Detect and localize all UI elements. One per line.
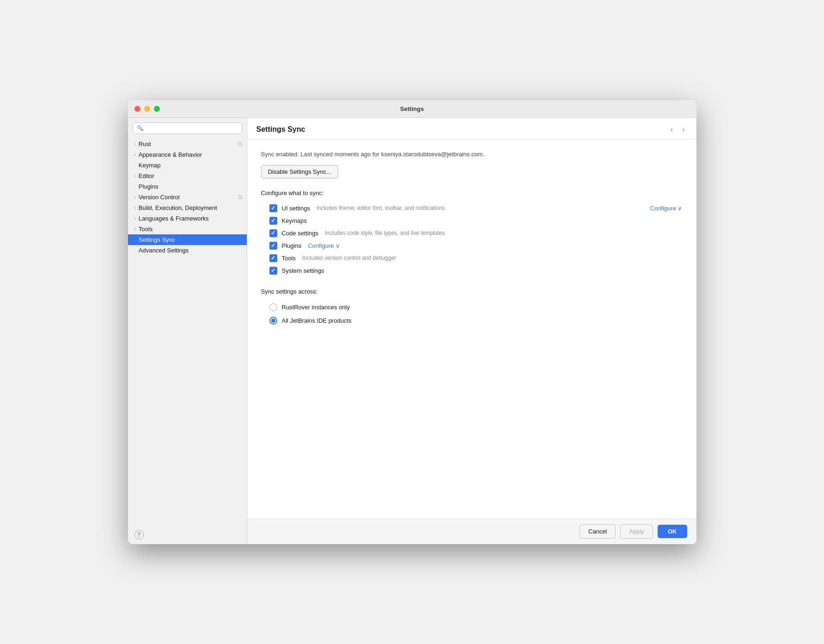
help-icon: ? <box>137 532 140 538</box>
sidebar-footer: ? <box>128 526 247 544</box>
sidebar-item-label: Tools <box>139 226 242 233</box>
page-title: Settings Sync <box>256 125 664 134</box>
sync-option-plugins: ✓ Plugins Configure ∨ <box>261 239 683 252</box>
sidebar-item-label: Rust <box>139 141 238 147</box>
sidebar-item-label: Advanced Settings <box>139 247 242 254</box>
cancel-button[interactable]: Cancel <box>580 524 616 539</box>
sync-across-label: Sync settings across: <box>261 288 683 295</box>
search-box[interactable]: 🔍 <box>133 123 242 134</box>
help-button[interactable]: ? <box>134 530 144 540</box>
option-label-keymaps: Keymaps <box>282 217 307 224</box>
configure-ui-settings-link[interactable]: Configure ∨ <box>650 205 683 212</box>
option-label-plugins: Plugins <box>282 242 302 249</box>
checkmark-icon: ✓ <box>271 217 275 224</box>
settings-window: Settings 🔍 › Rust ⊡ › Appearance & Behav… <box>128 100 696 544</box>
chevron-right-icon: › <box>134 173 136 178</box>
sidebar-item-build[interactable]: › Build, Execution, Deployment <box>128 202 247 213</box>
radio-option-all-jetbrains: All JetBrains IDE products <box>261 314 683 327</box>
sidebar-item-advanced-settings[interactable]: › Advanced Settings <box>128 245 247 256</box>
sidebar-item-label: Keymap <box>139 162 242 169</box>
dialog-footer: Cancel Apply OK <box>247 518 696 544</box>
window-controls <box>134 106 160 112</box>
sidebar-item-appearance-behavior[interactable]: › Appearance & Behavior <box>128 149 247 160</box>
main-content: Settings Sync ‹ › Sync enabled. Last syn… <box>247 118 696 544</box>
radio-all-jetbrains[interactable] <box>269 317 277 325</box>
checkbox-plugins[interactable]: ✓ <box>269 242 277 250</box>
sync-status-text: Sync enabled. Last synced moments ago fo… <box>261 151 683 158</box>
sidebar-badge: ⊡ <box>238 141 242 147</box>
minimize-button[interactable] <box>144 106 150 112</box>
configure-plugins-link[interactable]: Configure ∨ <box>308 242 340 249</box>
checkbox-tools[interactable]: ✓ <box>269 254 277 262</box>
sidebar-item-label: Editor <box>139 172 242 179</box>
radio-label-all-jetbrains: All JetBrains IDE products <box>282 317 352 324</box>
sidebar: 🔍 › Rust ⊡ › Appearance & Behavior › <box>128 118 247 544</box>
sidebar-items: › Rust ⊡ › Appearance & Behavior › Keyma… <box>128 139 247 526</box>
option-desc-ui-settings: Includes theme, editor font, toolbar, an… <box>317 205 445 211</box>
option-label-code-settings: Code settings <box>282 230 319 237</box>
radio-inner-icon <box>271 319 275 323</box>
checkbox-code-settings[interactable]: ✓ <box>269 229 277 237</box>
chevron-right-icon: › <box>134 216 136 221</box>
sync-option-keymaps: ✓ Keymaps <box>261 215 683 227</box>
sync-options-section: Configure what to sync: ✓ UI settings In… <box>261 190 683 277</box>
sync-option-ui-settings: ✓ UI settings Includes theme, editor fon… <box>261 202 683 215</box>
option-desc-tools: Includes version control and debugger <box>302 255 396 261</box>
titlebar: Settings <box>128 100 696 118</box>
checkmark-icon: ✓ <box>271 205 275 211</box>
sidebar-badge: ⊡ <box>238 194 242 200</box>
chevron-right-icon: › <box>134 152 136 157</box>
main-body: Sync enabled. Last synced moments ago fo… <box>247 140 696 518</box>
sidebar-item-keymap[interactable]: › Keymap <box>128 160 247 171</box>
checkmark-icon: ✓ <box>271 242 275 249</box>
sidebar-item-label: Plugins <box>139 183 242 190</box>
disable-sync-button[interactable]: Disable Settings Sync... <box>261 165 338 178</box>
chevron-right-icon: › <box>134 195 136 200</box>
sync-across-section: Sync settings across: RustRover instance… <box>261 288 683 327</box>
chevron-right-icon: › <box>134 227 136 232</box>
forward-button[interactable]: › <box>680 124 687 135</box>
radio-option-rustrover: RustRover instances only <box>261 301 683 314</box>
checkbox-system-settings[interactable]: ✓ <box>269 267 277 275</box>
sync-option-system-settings: ✓ System settings <box>261 264 683 277</box>
chevron-right-icon: › <box>134 205 136 210</box>
option-label-ui-settings: UI settings <box>282 205 310 212</box>
radio-label-rustrover: RustRover instances only <box>282 304 350 311</box>
close-button[interactable] <box>134 106 140 112</box>
checkbox-ui-settings[interactable]: ✓ <box>269 204 277 212</box>
chevron-right-icon: › <box>134 141 136 147</box>
checkmark-icon: ✓ <box>271 255 275 261</box>
ok-button[interactable]: OK <box>658 525 687 538</box>
option-label-system-settings: System settings <box>282 267 324 274</box>
sidebar-item-rust[interactable]: › Rust ⊡ <box>128 139 247 149</box>
checkmark-icon: ✓ <box>271 230 275 236</box>
apply-button[interactable]: Apply <box>620 524 653 539</box>
window-body: 🔍 › Rust ⊡ › Appearance & Behavior › <box>128 118 696 544</box>
sidebar-item-label: Appearance & Behavior <box>139 151 242 158</box>
configure-label: Configure what to sync: <box>261 190 683 196</box>
sidebar-item-tools[interactable]: › Tools <box>128 224 247 234</box>
checkbox-keymaps[interactable]: ✓ <box>269 217 277 225</box>
back-button[interactable]: ‹ <box>668 124 675 135</box>
sidebar-item-version-control[interactable]: › Version Control ⊡ <box>128 192 247 202</box>
sidebar-item-label: Version Control <box>139 194 238 201</box>
sidebar-item-plugins[interactable]: › Plugins <box>128 181 247 192</box>
sidebar-item-label: Settings Sync <box>139 236 242 243</box>
sidebar-item-settings-sync[interactable]: › Settings Sync <box>128 234 247 245</box>
sidebar-item-editor[interactable]: › Editor <box>128 171 247 181</box>
sync-option-code-settings: ✓ Code settings Includes code style, fil… <box>261 227 683 239</box>
sidebar-item-languages[interactable]: › Languages & Frameworks <box>128 213 247 224</box>
option-label-tools: Tools <box>282 255 296 262</box>
option-desc-code-settings: Includes code style, file types, and liv… <box>325 230 445 236</box>
sidebar-item-label: Languages & Frameworks <box>139 215 242 222</box>
sync-option-tools: ✓ Tools Includes version control and deb… <box>261 252 683 264</box>
maximize-button[interactable] <box>154 106 160 112</box>
checkmark-icon: ✓ <box>271 267 275 274</box>
main-header: Settings Sync ‹ › <box>247 118 696 140</box>
window-title: Settings <box>400 105 424 112</box>
sidebar-item-label: Build, Execution, Deployment <box>139 204 242 211</box>
radio-rustrover[interactable] <box>269 303 277 311</box>
search-input[interactable] <box>146 125 238 132</box>
search-icon: 🔍 <box>137 125 144 131</box>
